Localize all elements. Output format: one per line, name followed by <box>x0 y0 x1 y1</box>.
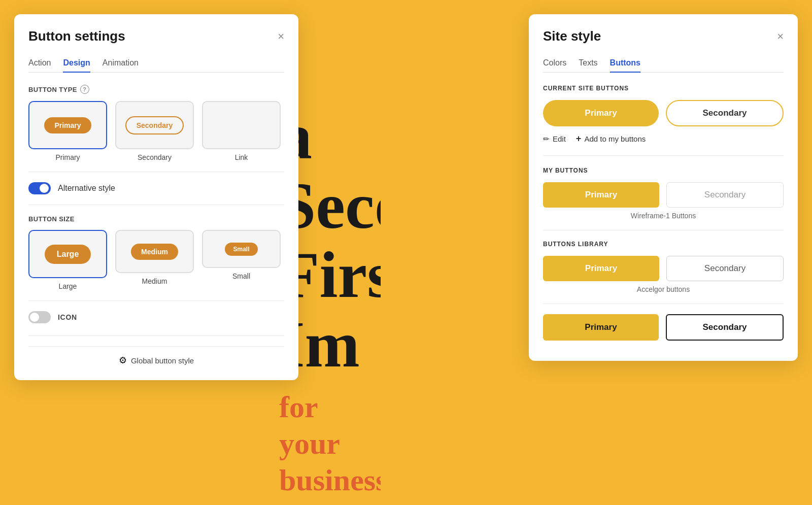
library-row-2: Primary Secondary <box>543 314 784 341</box>
primary-label: Primary <box>55 153 80 161</box>
tab-action[interactable]: Action <box>28 54 51 73</box>
button-settings-panel: Button settings × Action Design Animatio… <box>14 14 298 380</box>
tabs-row: Action Design Animation <box>28 54 284 73</box>
tab-texts[interactable]: Texts <box>579 54 597 73</box>
alternative-style-toggle[interactable] <box>28 182 51 194</box>
tab-design[interactable]: Design <box>63 54 90 73</box>
button-size-large-box: Large <box>28 230 107 278</box>
close-button[interactable]: × <box>278 31 284 42</box>
panel-header: Button settings × <box>28 28 284 44</box>
edit-label: Edit <box>553 134 566 143</box>
my-primary-button[interactable]: Primary <box>543 182 659 208</box>
alternative-style-row: Alternative style <box>28 182 284 194</box>
medium-label: Medium <box>142 277 167 285</box>
button-type-link[interactable]: Link <box>202 101 281 161</box>
button-type-label: BUTTON TYPE ? <box>28 85 284 94</box>
gear-icon: ⚙ <box>119 355 127 366</box>
bg-text-sub: for your business a <box>279 389 381 505</box>
primary-preview: Primary <box>44 117 91 133</box>
tab-animation[interactable]: Animation <box>103 54 139 73</box>
button-type-link-box <box>202 101 281 149</box>
divider-4 <box>28 335 284 336</box>
library-row-1: Primary Secondary <box>543 256 784 281</box>
lib-primary-button-2[interactable]: Primary <box>543 314 659 341</box>
right-panel-title: Site style <box>543 28 601 44</box>
right-panel-header: Site style × <box>543 28 784 44</box>
icon-row: ICON <box>28 311 284 323</box>
button-size-row: Large Large Medium Medium Small Small <box>28 230 284 290</box>
global-button-style-label: Global button style <box>131 356 194 365</box>
site-style-panel: Site style × Colors Texts Buttons CURREN… <box>529 14 798 361</box>
small-preview: Small <box>225 243 257 256</box>
panel-title: Button settings <box>28 28 125 44</box>
divider-1 <box>28 172 284 172</box>
button-type-secondary[interactable]: Secondary Secondary <box>115 101 194 161</box>
current-site-buttons-heading: CURRENT SITE BUTTONS <box>543 85 784 92</box>
divider-3 <box>28 300 284 301</box>
global-button-style-footer[interactable]: ⚙ Global button style <box>28 346 284 366</box>
button-size-medium[interactable]: Medium Medium <box>115 230 194 290</box>
lib-secondary-button-1[interactable]: Secondary <box>666 256 784 281</box>
plus-icon: + <box>576 133 582 144</box>
large-preview: Large <box>45 245 91 264</box>
secondary-label: Secondary <box>138 153 172 161</box>
large-label: Large <box>59 282 77 290</box>
secondary-preview: Secondary <box>125 116 184 134</box>
alternative-style-label: Alternative style <box>58 184 115 193</box>
help-icon[interactable]: ? <box>80 85 89 94</box>
button-type-primary-box: Primary <box>28 101 107 149</box>
small-label: Small <box>232 272 250 280</box>
edit-button[interactable]: ✏ Edit <box>543 134 566 144</box>
add-label: Add to my buttons <box>584 134 646 143</box>
wireframe-1-name: Wireframe-1 Buttons <box>543 212 784 230</box>
medium-preview: Medium <box>131 244 178 260</box>
buttons-library-heading: BUTTONS LIBRARY <box>543 241 784 248</box>
lib-secondary-button-2[interactable]: Secondary <box>666 314 784 341</box>
button-size-large[interactable]: Large Large <box>28 230 107 290</box>
current-primary-button[interactable]: Primary <box>543 100 659 126</box>
lib-primary-button-1[interactable]: Primary <box>543 256 659 281</box>
current-buttons-row: Primary Secondary <box>543 100 784 126</box>
my-buttons-row: Primary Secondary <box>543 182 784 208</box>
button-type-row: Primary Primary Secondary Secondary Link <box>28 101 284 161</box>
right-panel-tabs: Colors Texts Buttons <box>543 54 784 73</box>
divider-2 <box>28 205 284 205</box>
accelgor-buttons-name: Accelgor buttons <box>543 285 784 304</box>
button-size-medium-box: Medium <box>115 230 194 273</box>
right-panel-close-button[interactable]: × <box>777 31 784 42</box>
my-buttons-heading: MY BUTTONS <box>543 167 784 174</box>
tab-buttons[interactable]: Buttons <box>610 54 640 73</box>
edit-row: ✏ Edit + Add to my buttons <box>543 133 784 156</box>
tab-colors[interactable]: Colors <box>543 54 566 73</box>
icon-label: ICON <box>58 313 77 321</box>
current-secondary-button[interactable]: Secondary <box>666 100 784 126</box>
link-label: Link <box>235 153 248 161</box>
button-type-secondary-box: Secondary <box>115 101 194 149</box>
button-size-label: BUTTON SIZE <box>28 215 284 223</box>
icon-toggle[interactable] <box>28 311 51 323</box>
button-size-small[interactable]: Small Small <box>202 230 281 290</box>
pencil-icon: ✏ <box>543 134 550 144</box>
my-secondary-button[interactable]: Secondary <box>666 182 784 208</box>
button-type-primary[interactable]: Primary Primary <box>28 101 107 161</box>
add-to-my-buttons-button[interactable]: + Add to my buttons <box>576 133 646 144</box>
button-size-small-box: Small <box>202 230 281 268</box>
